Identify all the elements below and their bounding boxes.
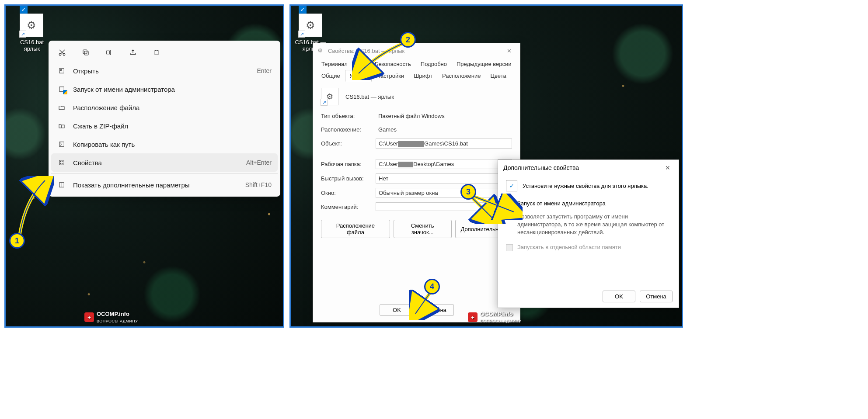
advanced-btn-cancel[interactable]: Отмена <box>640 291 673 302</box>
input-hotkey[interactable]: Нет <box>376 173 512 184</box>
tab-details[interactable]: Подробно <box>416 58 452 70</box>
delete-icon[interactable] <box>152 48 161 57</box>
censored-block-2 <box>398 162 413 167</box>
run-as-admin-description: Позволяет запустить программу от имени а… <box>517 213 671 237</box>
file-type-icon: ⚙ ↗ <box>321 88 338 105</box>
share-icon[interactable] <box>128 48 138 57</box>
label-hotkey: Быстрый вызов: <box>321 175 371 182</box>
menu-open[interactable]: Открыть Enter <box>51 62 278 80</box>
menu-properties-key: Alt+Enter <box>246 159 272 166</box>
svg-rect-6 <box>60 69 62 71</box>
menu-properties[interactable]: Свойства Alt+Enter <box>51 153 278 172</box>
svg-rect-2 <box>84 51 88 55</box>
context-menu-toolbar <box>51 43 278 62</box>
shortcut-file-icon-r[interactable]: ⚙↗ <box>299 14 322 37</box>
watermark-plus-icon: + <box>84 312 94 322</box>
shortcut-file-label: CS16.bat ярлык <box>10 39 54 52</box>
annotation-bubble-3: 3 <box>460 184 476 200</box>
tab-prev-versions[interactable]: Предыдущие версии <box>452 58 516 70</box>
label-location: Расположение: <box>321 126 371 133</box>
tab-colors[interactable]: Цвета <box>485 70 511 82</box>
row-run-as-admin[interactable]: ✓ Запуск от имени администратора <box>506 200 671 208</box>
menu-file-location[interactable]: Расположение файла <box>51 98 278 117</box>
menu-copy-path[interactable]: Копировать как путь <box>51 135 278 153</box>
menu-open-label: Открыть <box>73 67 257 75</box>
more-icon <box>57 180 66 189</box>
menu-properties-label: Свойства <box>73 159 246 166</box>
advanced-btn-ok[interactable]: OK <box>603 291 635 302</box>
context-menu: Открыть Enter Запуск от имени администра… <box>49 41 280 197</box>
selection-checkmark-r: ✓ <box>299 6 307 14</box>
properties-dialog: ⚙ Свойства: CS16.bat — ярлык ✕ Терминал … <box>313 43 520 322</box>
btn-file-location[interactable]: Расположение файла <box>321 220 390 238</box>
label-run-as-admin: Запуск от имени администратора <box>517 200 606 207</box>
admin-shield-icon <box>57 85 66 93</box>
advanced-titlebar[interactable]: Дополнительные свойства ✕ <box>498 160 679 176</box>
shortcut-arrow-icon-r: ↗ <box>298 31 305 38</box>
svg-point-10 <box>60 161 61 162</box>
value-type: Пакетный файл Windows <box>376 111 512 121</box>
zip-icon <box>57 121 66 130</box>
label-workdir: Рабочая папка: <box>321 161 371 167</box>
advanced-properties-dialog: Дополнительные свойства ✕ ✓ Установите н… <box>498 159 679 308</box>
watermark-domain: OCOMP.info <box>97 311 129 317</box>
open-icon <box>57 66 66 75</box>
advanced-intro: ✓ Установите нужные свойства для этого я… <box>506 180 671 191</box>
check-icon: ✓ <box>506 180 517 191</box>
row-type: Тип объекта: Пакетный файл Windows <box>321 111 512 121</box>
watermark-domain-r: OCOMP.info <box>480 311 513 317</box>
svg-rect-8 <box>59 142 64 147</box>
folder-icon <box>57 103 66 112</box>
tab-layout[interactable]: Расположение <box>437 70 485 82</box>
input-target[interactable]: C:\UserGames\CS16.bat <box>376 139 512 149</box>
value-location: Games <box>376 125 512 134</box>
properties-file-name: CS16.bat — ярлык <box>345 93 394 100</box>
label-comment: Комментарий: <box>321 204 371 210</box>
btn-change-icon[interactable]: Сменить значок... <box>394 220 452 238</box>
checkbox-separate-memory <box>506 244 513 251</box>
row-separate-memory: Запускать в отдельной области памяти <box>506 244 671 251</box>
label-type: Тип объекта: <box>321 113 371 119</box>
menu-zip[interactable]: Сжать в ZIP-файл <box>51 117 278 135</box>
right-panel: ✓ ⚙↗ CS16.bat — ярлык ⚙ Свойства: CS16.b… <box>289 4 683 328</box>
watermark-sub: ВОПРОСЫ АДМИНУ <box>97 319 138 323</box>
svg-rect-3 <box>83 50 87 54</box>
annotation-bubble-1: 1 <box>9 233 25 249</box>
close-icon[interactable]: ✕ <box>502 46 516 55</box>
annotation-arrow-3b <box>470 194 523 220</box>
menu-file-location-label: Расположение файла <box>73 104 272 111</box>
annotation-bubble-2: 2 <box>400 32 416 48</box>
copy-icon[interactable] <box>81 48 91 57</box>
properties-tabs: Терминал Безопасность Подробно Предыдущи… <box>313 58 520 82</box>
shortcut-file-icon[interactable]: ⚙↗ <box>20 14 43 37</box>
svg-rect-7 <box>59 87 64 92</box>
rename-icon[interactable] <box>105 48 114 57</box>
menu-zip-label: Сжать в ZIP-файл <box>73 122 272 130</box>
label-target: Объект: <box>321 140 371 147</box>
annotation-bubble-4: 4 <box>424 279 440 294</box>
menu-open-key: Enter <box>257 67 272 74</box>
advanced-title-text: Дополнительные свойства <box>503 164 579 171</box>
advanced-close-icon[interactable]: ✕ <box>662 163 673 172</box>
annotation-arrow-4 <box>409 290 439 320</box>
properties-titlebar[interactable]: ⚙ Свойства: CS16.bat — ярлык ✕ <box>313 43 520 58</box>
menu-show-more[interactable]: Показать дополнительные параметры Shift+… <box>51 176 278 194</box>
tab-general[interactable]: Общие <box>317 70 345 82</box>
tab-font[interactable]: Шрифт <box>409 70 437 82</box>
row-workdir: Рабочая папка: C:\UserDesktop\Games <box>321 159 512 169</box>
menu-run-admin[interactable]: Запуск от имени администратора <box>51 80 278 98</box>
properties-icon <box>57 158 66 167</box>
tab-terminal[interactable]: Терминал <box>317 58 352 70</box>
advanced-intro-text: Установите нужные свойства для этого ярл… <box>523 183 648 189</box>
input-workdir[interactable]: C:\UserDesktop\Games <box>376 159 512 169</box>
menu-show-more-label: Показать дополнительные параметры <box>73 181 245 189</box>
menu-show-more-key: Shift+F10 <box>245 181 272 188</box>
cut-icon[interactable] <box>57 48 67 57</box>
properties-header: ⚙ ↗ CS16.bat — ярлык <box>321 88 512 105</box>
menu-run-admin-label: Запуск от имени администратора <box>73 86 272 93</box>
row-location: Расположение: Games <box>321 125 512 134</box>
shortcut-arrow-icon: ↗ <box>19 31 26 38</box>
menu-copy-path-label: Копировать как путь <box>73 141 272 148</box>
svg-rect-12 <box>59 183 64 187</box>
row-target: Объект: C:\UserGames\CS16.bat <box>321 139 512 149</box>
